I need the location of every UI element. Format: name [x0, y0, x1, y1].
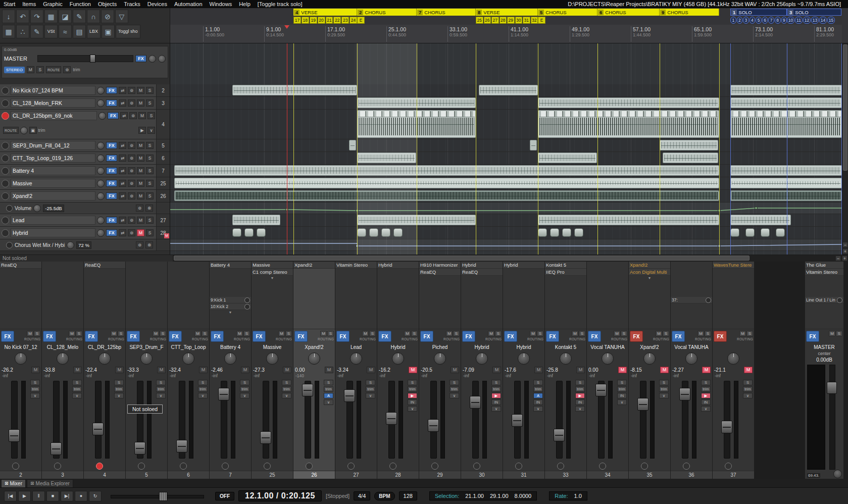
strip-dropdown-button[interactable]: ∨ — [617, 399, 627, 405]
solo-button[interactable]: S — [30, 380, 40, 385]
stop-button[interactable]: ■ — [46, 491, 59, 501]
fx-button[interactable]: FX — [106, 99, 117, 107]
volume-value[interactable]: -20.5 — [421, 367, 432, 373]
mute-button[interactable]: M — [137, 142, 144, 149]
mixer-strip-37[interactable]: WavesTune StereFXMSROUTING-21.1M-infStri… — [713, 262, 754, 479]
strip-name[interactable]: Hybrid — [377, 344, 419, 351]
solo-button[interactable]: S — [146, 217, 154, 224]
mixer-strip-35[interactable]: Xpand!2Acon Digital Multi▼FXMSROUTINGXpa… — [629, 262, 670, 479]
marker-9[interactable]: 9 — [781, 17, 787, 24]
fx-button[interactable]: FX — [127, 331, 140, 342]
track-name[interactable]: Massive — [11, 179, 95, 188]
marker-29[interactable]: 29 — [507, 17, 515, 24]
tcp-track-row-6[interactable]: CTT_Top_Loop_019_126FX⇄⊚MS6 — [0, 152, 170, 165]
time-selection[interactable] — [356, 43, 417, 255]
pan-knob[interactable] — [560, 352, 572, 365]
mute-mini-button[interactable]: M — [656, 331, 662, 336]
strip-dropdown-button[interactable]: ∨ — [282, 393, 291, 398]
marker-8[interactable]: 8 — [775, 17, 781, 24]
mixer-strip-31[interactable]: HybridFXMSROUTINGHybrid-17.6M-infStrimAI… — [503, 262, 544, 479]
marker-28[interactable]: 28 — [500, 17, 507, 24]
trim-button[interactable]: trim — [324, 386, 333, 392]
send-37[interactable]: 37: — [671, 297, 712, 304]
strip-dropdown-button[interactable]: ∨ — [366, 393, 375, 398]
envelope-button[interactable]: ⊚ — [128, 99, 135, 107]
media-item[interactable] — [538, 110, 719, 138]
fx-dropdown-icon[interactable]: ▼ — [629, 276, 670, 280]
midi-note-item[interactable] — [562, 228, 571, 237]
solo-mini-button[interactable]: S — [160, 331, 166, 336]
mute-mini-button[interactable]: M — [697, 331, 704, 336]
io-button[interactable]: ⇄ — [119, 155, 126, 162]
record-button[interactable]: ● — [75, 491, 87, 501]
solo-button[interactable]: S — [282, 380, 291, 385]
trim-button[interactable]: trim — [701, 386, 711, 392]
monitor-button[interactable]: ▶ — [408, 393, 417, 398]
fx-button[interactable]: FX — [672, 331, 685, 342]
mixer-strip-master[interactable]: The GlueVitamin StereoLine Out 1 / LinFX… — [805, 262, 843, 479]
track-number[interactable]: 5 — [156, 139, 170, 152]
fader-handle[interactable] — [302, 384, 313, 396]
solo-button[interactable]: S — [450, 380, 459, 385]
envelope-button[interactable]: ⊚ — [128, 167, 135, 174]
fx-button[interactable]: FX — [630, 331, 643, 342]
pan-knob[interactable] — [685, 352, 697, 365]
io-button[interactable]: ⇄ — [120, 112, 128, 119]
media-item[interactable] — [349, 140, 356, 150]
solo-button[interactable]: S — [72, 380, 82, 385]
track-name[interactable]: No Kick 07_124 BPM — [11, 86, 95, 95]
trim-button[interactable]: trim — [282, 386, 291, 392]
input-button[interactable]: IN — [617, 393, 627, 398]
lock-icon[interactable]: ⊘ — [101, 10, 114, 23]
fader-handle[interactable] — [386, 412, 397, 425]
trim-button[interactable]: trim — [72, 386, 82, 392]
fx-button[interactable]: FX — [106, 87, 117, 94]
strip-name[interactable]: Battery 4 — [210, 344, 251, 351]
playrate-slider[interactable] — [111, 491, 204, 500]
mute-mini-button[interactable]: M — [530, 331, 536, 336]
marker-32[interactable]: 32 — [531, 17, 538, 24]
routing-button[interactable]: ROUTING — [66, 337, 82, 341]
menu-windows[interactable]: Windows — [206, 1, 236, 7]
envelope-bypass-button[interactable]: ⊗ — [145, 205, 153, 212]
undo-icon[interactable]: ↶ — [16, 10, 29, 23]
region-chorus-7[interactable]: 7CHORUS — [417, 9, 476, 16]
bpm-label[interactable]: BPM — [374, 492, 394, 500]
strip-number[interactable]: 25 — [252, 471, 293, 479]
media-item[interactable] — [730, 190, 842, 201]
media-item[interactable] — [174, 165, 719, 176]
strip-dropdown-button[interactable]: ∨ — [743, 393, 753, 398]
strip-dropdown-button[interactable]: ∨ — [156, 393, 166, 398]
master-pan-value[interactable]: center — [805, 351, 843, 357]
strip-name[interactable] — [713, 344, 754, 351]
mixer-strip-30[interactable]: HybridReaEQFXMSROUTINGHybrid-7.09M-infSt… — [461, 262, 503, 479]
media-item[interactable] — [232, 215, 280, 225]
tcp-track-row-28[interactable]: HybridFX⇄⊚MS28M — [0, 227, 170, 239]
fx-insert-list[interactable]: 37: — [671, 262, 712, 329]
input-button[interactable]: IN — [701, 399, 711, 405]
pan-knob[interactable] — [392, 352, 404, 365]
strip-name[interactable]: Hybrid — [461, 344, 503, 351]
solo-button[interactable]: S — [491, 380, 501, 385]
mute-mini-button[interactable]: M — [446, 331, 453, 336]
send-dropdown-icon[interactable]: ▼ — [210, 310, 251, 315]
solo-button[interactable]: S — [146, 155, 154, 162]
item-fade-icon[interactable]: ◪ — [59, 10, 72, 23]
input-button[interactable]: IN — [533, 399, 543, 405]
volume-value[interactable]: -27.3 — [253, 367, 265, 373]
solo-button[interactable]: S — [146, 167, 154, 174]
mute-button[interactable]: M — [137, 87, 144, 94]
solo-button[interactable]: S — [156, 380, 166, 385]
strip-number[interactable]: 35 — [629, 471, 670, 479]
solo-button[interactable]: S — [533, 380, 543, 385]
strip-dropdown-button[interactable]: ∨ — [575, 406, 585, 412]
marker-4[interactable]: 4 — [750, 17, 756, 24]
fx-button[interactable]: FX — [420, 331, 433, 342]
envelope-button[interactable]: ⊚ — [128, 192, 135, 199]
record-arm-button[interactable] — [54, 463, 61, 470]
record-arm-button[interactable] — [2, 217, 9, 224]
mute-mini-button[interactable]: M — [111, 331, 117, 336]
routing-button[interactable]: ROUTING — [402, 337, 418, 341]
spectrum-icon[interactable]: ≈ — [59, 25, 72, 38]
menu-devices[interactable]: Devices — [144, 1, 171, 7]
